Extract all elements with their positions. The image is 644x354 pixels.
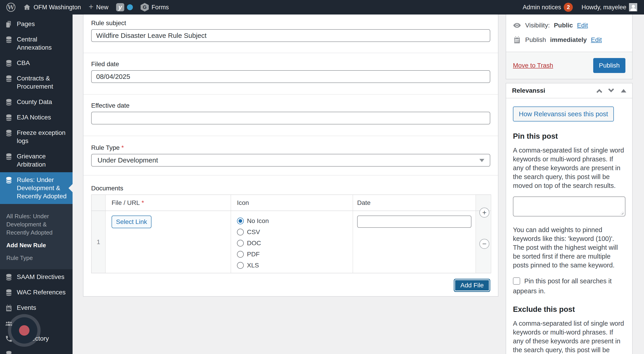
- yoast-menu[interactable]: y: [114, 0, 135, 14]
- pages-icon: [5, 20, 13, 28]
- submenu-item-add-new-rule[interactable]: Add New Rule: [6, 239, 68, 252]
- sidebar-item-freeze-exception-logs[interactable]: Freeze exception logs: [0, 125, 72, 149]
- pin-all-checkbox[interactable]: [513, 277, 520, 285]
- database-icon: [5, 75, 13, 82]
- pin-all-searches-row: Pin this post for all searches it appear…: [513, 276, 626, 296]
- sidebar-item-label: Freeze exception logs: [17, 129, 70, 145]
- icon-option-no-icon[interactable]: No Icon: [237, 217, 352, 225]
- rule-type-label: Rule Type *: [91, 144, 490, 152]
- radio-icon[interactable]: [237, 240, 244, 247]
- select-link-button[interactable]: Select Link: [112, 216, 152, 228]
- file-url-header: File / URL *: [106, 195, 231, 211]
- date-header: Date: [353, 195, 476, 211]
- rule-subject-label: Rule subject: [91, 19, 490, 27]
- publish-edit-link[interactable]: Edit: [591, 36, 602, 43]
- database-icon: [5, 176, 13, 184]
- effective-date-input[interactable]: [91, 112, 490, 124]
- calendar-icon: [5, 304, 13, 312]
- sidebar-item-label: Contracts & Procurement: [17, 74, 70, 91]
- database-icon: [5, 59, 13, 67]
- sidebar-item-pages[interactable]: Pages: [0, 16, 72, 32]
- move-down-icon[interactable]: [608, 87, 614, 92]
- active-menu-arrow: [68, 184, 72, 192]
- gravity-forms-icon: G: [140, 3, 149, 11]
- database-icon: [5, 98, 13, 106]
- radio-icon[interactable]: [237, 262, 244, 269]
- chevron-down-icon: [479, 159, 484, 162]
- site-name: OFM Washington: [34, 4, 81, 11]
- documents-row: Documents File / URL * Icon Date 1: [84, 176, 498, 297]
- sidebar-item-eja-notices[interactable]: EJA Notices: [0, 110, 72, 125]
- submenu-item-all-rules[interactable]: All Rules: Under Development & Recently …: [6, 210, 68, 239]
- radio-icon[interactable]: [237, 229, 244, 236]
- collapse-toggle-icon[interactable]: [621, 89, 626, 92]
- rules-submenu: All Rules: Under Development & Recently …: [0, 204, 72, 269]
- sidebar-item-events[interactable]: Events: [0, 300, 72, 316]
- file-url-cell: Select Link: [106, 211, 231, 273]
- move-up-icon[interactable]: [596, 89, 602, 95]
- sidebar-item-label: WAC References: [17, 288, 66, 297]
- sidebar-item-rules-under-development[interactable]: Rules: Under Development & Recently Adop…: [0, 172, 72, 204]
- eye-icon: [513, 21, 521, 29]
- add-row-button[interactable]: +: [479, 208, 489, 218]
- sidebar-item-label: Events: [17, 304, 36, 312]
- sidebar-item-label: County Data: [17, 98, 52, 106]
- radio-checked-icon[interactable]: [237, 218, 244, 224]
- icon-option-doc[interactable]: DOC: [237, 240, 352, 247]
- screen-recorder-bubble[interactable]: [11, 317, 38, 344]
- sidebar-item-wac-references[interactable]: WAC References: [0, 285, 72, 300]
- sidebar-item-partially-cut[interactable]: [0, 346, 72, 354]
- exclude-description: A comma-separated list of single word ke…: [513, 319, 626, 354]
- radio-icon[interactable]: [237, 251, 244, 258]
- rule-type-selected-value: Under Development: [98, 156, 158, 164]
- yoast-icon: y: [116, 3, 124, 11]
- sidebar-item-grievance-arbitration[interactable]: Grievance Arbitration: [0, 149, 72, 172]
- sidebar-item-cba[interactable]: CBA: [0, 55, 72, 71]
- sidebar-item-label: Rules: Under Development & Recently Adop…: [17, 176, 70, 200]
- add-file-button[interactable]: Add File: [454, 279, 490, 292]
- rule-subject-input[interactable]: [91, 29, 490, 42]
- sidebar-item-central-annexations[interactable]: Central Annexations: [0, 32, 72, 55]
- account-menu[interactable]: Howdy, mayelee: [579, 0, 640, 14]
- new-menu[interactable]: + New: [86, 0, 111, 14]
- sidebar-item-label: Pages: [17, 20, 35, 28]
- pin-description: A comma-separated list of single word ke…: [513, 146, 626, 190]
- admin-sidebar: Pages Central Annexations CBA Contracts …: [0, 14, 72, 354]
- icon-option-csv[interactable]: CSV: [237, 228, 352, 236]
- icon-option-xls[interactable]: XLS: [237, 262, 352, 269]
- documents-label: Documents: [91, 184, 490, 192]
- pin-keywords-textarea[interactable]: [513, 197, 626, 216]
- filed-date-input[interactable]: [91, 70, 490, 83]
- rule-type-select[interactable]: Under Development: [91, 154, 490, 167]
- sidebar-item-label: Grievance Arbitration: [17, 152, 70, 169]
- publish-label: Publish: [525, 36, 546, 43]
- move-to-trash-link[interactable]: Move to Trash: [513, 62, 553, 69]
- sidebar-item-saam-directives[interactable]: SAAM Directives: [0, 269, 72, 285]
- publish-button[interactable]: Publish: [593, 58, 626, 73]
- database-icon: [5, 273, 13, 281]
- visibility-edit-link[interactable]: Edit: [577, 22, 588, 29]
- submenu-item-rule-type[interactable]: Rule Type: [6, 252, 68, 264]
- document-date-input[interactable]: [357, 216, 472, 228]
- site-link[interactable]: OFM Washington: [21, 0, 83, 14]
- database-icon: [5, 129, 13, 137]
- publish-box: Visibility: Public Edit Publish immediat…: [506, 14, 633, 79]
- documents-table-row: 1 Select Link No Icon CSV: [92, 211, 491, 273]
- sidebar-item-contracts-procurement[interactable]: Contracts & Procurement: [0, 71, 72, 94]
- wordpress-menu[interactable]: W: [4, 0, 18, 14]
- icon-option-pdf[interactable]: PDF: [237, 251, 352, 258]
- howdy-label: Howdy, mayelee: [582, 4, 626, 11]
- wordpress-logo-icon: W: [6, 3, 16, 12]
- yoast-status-dot-icon: [127, 4, 133, 10]
- phone-icon: [5, 335, 13, 343]
- relevanssi-box: Relevanssi How Relevanssi sees this post…: [506, 83, 633, 354]
- how-relevanssi-sees-button[interactable]: How Relevanssi sees this post: [513, 106, 614, 121]
- forms-menu[interactable]: G Forms: [138, 0, 171, 14]
- icon-cell: No Icon CSV DOC PDF: [231, 211, 353, 273]
- sidebar-item-label: CBA: [17, 59, 30, 67]
- sidebar-item-county-data[interactable]: County Data: [0, 94, 72, 110]
- admin-notices-menu[interactable]: Admin notices 2: [520, 0, 575, 14]
- admin-bar: W OFM Washington + New y G Forms Admin n…: [0, 0, 644, 14]
- remove-row-button[interactable]: −: [479, 239, 489, 249]
- sidebar-item-label: SAAM Directives: [17, 273, 64, 281]
